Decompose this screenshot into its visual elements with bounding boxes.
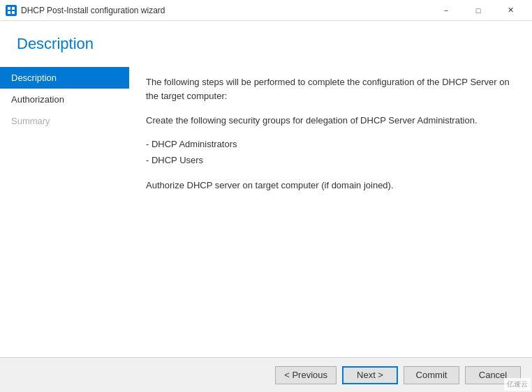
svg-rect-1 — [12, 7, 15, 10]
previous-button[interactable]: < Previous — [275, 366, 337, 384]
content-section2: Authorize DHCP server on target computer… — [146, 179, 515, 193]
content-list-item1: - DHCP Administrators — [146, 136, 515, 152]
commit-button[interactable]: Commit — [404, 366, 459, 384]
svg-rect-3 — [12, 11, 15, 14]
next-button[interactable]: Next > — [342, 366, 398, 384]
sidebar-item-description[interactable]: Description — [0, 67, 129, 89]
window-controls: − □ ✕ — [430, 0, 526, 21]
content-section1: Create the following security groups for… — [146, 114, 515, 128]
content-layout: Description Authorization Summary The fo… — [0, 64, 532, 357]
watermark: 亿速云 — [504, 378, 531, 391]
close-button[interactable]: ✕ — [494, 0, 526, 21]
page-title: Description — [17, 35, 515, 53]
content-area: The following steps will be performed to… — [129, 64, 532, 357]
sidebar: Description Authorization Summary — [0, 64, 129, 357]
app-icon — [6, 5, 17, 16]
svg-rect-2 — [8, 11, 10, 14]
header-area: Description — [0, 21, 532, 64]
minimize-button[interactable]: − — [430, 0, 462, 21]
title-bar: DHCP Post-Install configuration wizard −… — [0, 0, 532, 21]
main-container: Description Description Authorization Su… — [0, 21, 532, 357]
window-title: DHCP Post-Install configuration wizard — [21, 6, 430, 15]
content-list-item2: - DHCP Users — [146, 152, 515, 168]
footer: < Previous Next > Commit Cancel — [0, 357, 532, 392]
maximize-button[interactable]: □ — [462, 0, 494, 21]
sidebar-item-summary: Summary — [0, 110, 129, 132]
svg-rect-0 — [8, 7, 10, 10]
sidebar-item-authorization[interactable]: Authorization — [0, 89, 129, 110]
content-intro: The following steps will be performed to… — [146, 75, 515, 103]
